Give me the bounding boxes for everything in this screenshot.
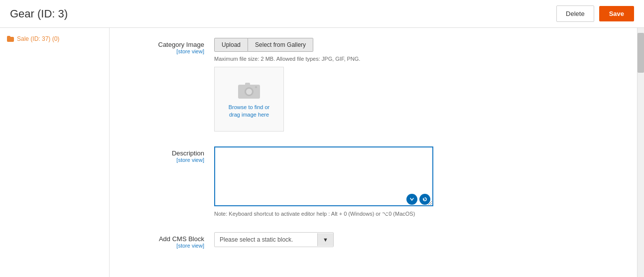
- image-buttons: Upload Select from Gallery: [214, 38, 622, 52]
- delete-button[interactable]: Delete: [556, 5, 594, 22]
- refresh-icon-btn[interactable]: [419, 194, 430, 205]
- category-image-row: Category Image [store view] Upload Selec…: [125, 38, 622, 132]
- category-image-control: Upload Select from Gallery Maximum file …: [214, 38, 622, 132]
- svg-rect-3: [245, 83, 250, 86]
- sidebar-item-label: Sale (ID: 37) (0): [17, 35, 59, 42]
- sidebar-item-sale[interactable]: Sale (ID: 37) (0): [0, 33, 109, 45]
- page-wrapper: Sale (ID: 37) (0) Category Image [store …: [0, 28, 644, 277]
- header-actions: Delete Save: [556, 5, 634, 22]
- save-button[interactable]: Save: [599, 6, 634, 21]
- svg-point-2: [246, 89, 252, 95]
- page-title: Gear (ID: 3): [10, 7, 68, 20]
- textarea-wrapper: [214, 146, 433, 208]
- cms-block-select[interactable]: Please select a static block.: [215, 233, 317, 247]
- browse-text: Browse to find ordrag image here: [229, 104, 270, 119]
- expand-icon: [409, 197, 414, 202]
- description-row: Description [store view]: [125, 146, 622, 217]
- image-hint: Maximum file size: 2 MB. Allowed file ty…: [214, 56, 622, 62]
- sidebar: Sale (ID: 37) (0): [0, 28, 110, 277]
- cms-dropdown-button[interactable]: ▼: [317, 233, 333, 246]
- keyboard-note: Note: Keyboard shortcut to activate edit…: [214, 211, 622, 217]
- category-image-label: Category Image [store view]: [125, 38, 214, 54]
- description-textarea[interactable]: [214, 146, 433, 206]
- page-header: Gear (ID: 3) Delete Save: [0, 0, 644, 28]
- gallery-button[interactable]: Select from Gallery: [248, 38, 313, 52]
- cms-block-label: Add CMS Block [store view]: [125, 232, 214, 249]
- refresh-icon: [422, 197, 427, 202]
- cms-select-wrapper: Please select a static block. ▼: [214, 232, 334, 247]
- main-content: Category Image [store view] Upload Selec…: [110, 28, 637, 277]
- svg-point-4: [255, 86, 257, 88]
- upload-button[interactable]: Upload: [214, 38, 248, 52]
- folder-icon: [7, 36, 14, 42]
- description-control: Note: Keyboard shortcut to activate edit…: [214, 146, 622, 217]
- description-label: Description [store view]: [125, 146, 214, 163]
- cms-block-control: Please select a static block. ▼: [214, 232, 622, 247]
- image-dropzone[interactable]: Browse to find ordrag image here: [214, 67, 284, 132]
- expand-icon-btn[interactable]: [406, 194, 417, 205]
- cms-block-row: Add CMS Block [store view] Please select…: [125, 232, 622, 249]
- camera-icon: [237, 80, 261, 100]
- textarea-icons: [406, 194, 430, 205]
- scrollbar-track[interactable]: [637, 28, 644, 277]
- scrollbar-thumb: [638, 33, 644, 73]
